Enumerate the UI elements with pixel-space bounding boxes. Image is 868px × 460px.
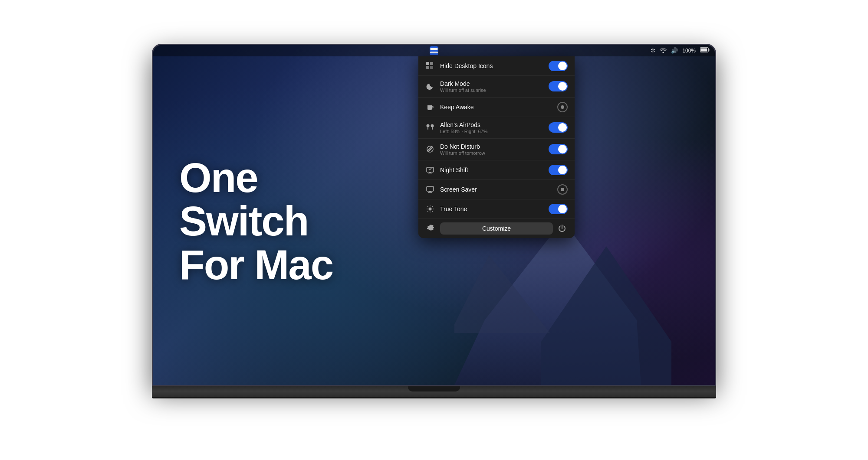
airpods-icon bbox=[425, 123, 435, 132]
dnd-text: Do Not Disturb Will turn off tomorrow bbox=[440, 143, 543, 156]
dark-mode-text: Dark Mode Will turn off at sunrise bbox=[440, 80, 543, 93]
airpods-toggle[interactable] bbox=[549, 122, 568, 133]
screen-saver-item[interactable]: Screen Saver bbox=[418, 180, 575, 199]
hide-desktop-icons-text: Hide Desktop Icons bbox=[440, 62, 543, 69]
svg-rect-18 bbox=[429, 172, 431, 173]
dnd-toggle[interactable] bbox=[549, 144, 568, 154]
svg-rect-7 bbox=[701, 49, 707, 52]
svg-point-14 bbox=[431, 124, 434, 127]
svg-rect-9 bbox=[430, 62, 433, 65]
coffee-icon bbox=[425, 102, 435, 112]
hide-desktop-icons-label: Hide Desktop Icons bbox=[440, 62, 543, 69]
wifi-icon bbox=[660, 47, 667, 54]
keep-awake-radio[interactable] bbox=[557, 102, 568, 112]
svg-rect-13 bbox=[427, 127, 428, 130]
dark-mode-toggle[interactable] bbox=[549, 81, 568, 91]
dnd-label: Do Not Disturb bbox=[440, 143, 543, 150]
true-tone-text: True Tone bbox=[440, 206, 543, 212]
dnd-sublabel: Will turn off tomorrow bbox=[440, 150, 543, 156]
menubar-right: ✲ 🔊 100% bbox=[651, 47, 710, 54]
app-icon[interactable] bbox=[430, 46, 438, 55]
svg-rect-22 bbox=[428, 192, 432, 193]
svg-point-23 bbox=[429, 207, 432, 210]
macbook-base bbox=[152, 386, 716, 398]
night-shift-text: Night Shift bbox=[440, 166, 543, 173]
dark-mode-label: Dark Mode bbox=[440, 80, 543, 87]
customize-button[interactable]: Customize bbox=[440, 222, 553, 235]
screen-saver-radio[interactable] bbox=[557, 184, 568, 195]
battery-icon bbox=[700, 47, 710, 54]
dark-mode-sublabel: Will turn off at sunrise bbox=[440, 88, 543, 93]
macbook: ✲ 🔊 100% bbox=[152, 44, 716, 417]
keep-awake-text: Keep Awake bbox=[440, 104, 552, 111]
sun-icon bbox=[425, 204, 435, 214]
battery-percent: 100% bbox=[682, 48, 696, 54]
macbook-notch bbox=[408, 386, 460, 391]
svg-rect-20 bbox=[427, 186, 434, 191]
hide-desktop-icons-toggle[interactable] bbox=[549, 61, 568, 71]
svg-rect-10 bbox=[426, 66, 429, 69]
dnd-item[interactable]: Do Not Disturb Will turn off tomorrow bbox=[418, 139, 575, 160]
svg-rect-3 bbox=[430, 48, 438, 50]
svg-rect-6 bbox=[709, 49, 710, 51]
hero-line3: For Mac bbox=[179, 243, 333, 287]
moon-icon bbox=[425, 82, 435, 91]
scene: ✲ 🔊 100% bbox=[130, 24, 738, 436]
airpods-item[interactable]: Allen's AirPods Left: 58% · Right: 67% bbox=[418, 117, 575, 139]
true-tone-label: True Tone bbox=[440, 206, 543, 212]
screen-saver-label: Screen Saver bbox=[440, 186, 552, 193]
hero-line1: One bbox=[179, 156, 333, 199]
svg-rect-4 bbox=[430, 52, 438, 53]
svg-rect-21 bbox=[429, 191, 431, 192]
airpods-sublabel: Left: 58% · Right: 67% bbox=[440, 129, 543, 134]
hero-line2: Switch bbox=[179, 199, 333, 243]
volume-icon: 🔊 bbox=[671, 47, 678, 54]
svg-line-31 bbox=[427, 211, 428, 211]
dark-mode-item[interactable]: Dark Mode Will turn off at sunrise bbox=[418, 76, 575, 98]
monitor-icon bbox=[425, 185, 435, 194]
night-shift-icon bbox=[425, 165, 435, 175]
hero-text: One Switch For Mac bbox=[179, 156, 333, 287]
true-tone-toggle[interactable] bbox=[549, 204, 568, 214]
dropdown-panel: Hide Desktop Icons Dark Mode Will turn o… bbox=[418, 56, 575, 238]
keep-awake-label: Keep Awake bbox=[440, 104, 552, 111]
svg-point-12 bbox=[427, 124, 430, 127]
bluetooth-icon: ✲ bbox=[651, 47, 655, 54]
settings-icon[interactable] bbox=[425, 223, 437, 234]
dnd-icon bbox=[425, 144, 435, 154]
svg-point-16 bbox=[427, 146, 433, 152]
night-shift-toggle[interactable] bbox=[549, 165, 568, 175]
svg-rect-15 bbox=[432, 127, 433, 130]
airpods-text: Allen's AirPods Left: 58% · Right: 67% bbox=[440, 121, 543, 134]
grid-icon bbox=[425, 61, 435, 71]
svg-line-30 bbox=[432, 206, 433, 207]
dropdown-footer: Customize bbox=[418, 219, 575, 238]
airpods-label: Allen's AirPods bbox=[440, 121, 543, 128]
svg-line-28 bbox=[427, 206, 428, 207]
svg-rect-11 bbox=[430, 66, 433, 69]
keep-awake-item[interactable]: Keep Awake bbox=[418, 98, 575, 117]
svg-rect-19 bbox=[428, 173, 432, 173]
screen-lid: ✲ 🔊 100% bbox=[152, 44, 716, 386]
night-shift-item[interactable]: Night Shift bbox=[418, 160, 575, 180]
true-tone-item[interactable]: True Tone bbox=[418, 199, 575, 219]
hide-desktop-icons-item[interactable]: Hide Desktop Icons bbox=[418, 56, 575, 76]
night-shift-label: Night Shift bbox=[440, 166, 543, 173]
screen-saver-text: Screen Saver bbox=[440, 186, 552, 193]
svg-rect-8 bbox=[426, 62, 429, 65]
power-icon[interactable] bbox=[556, 223, 568, 234]
svg-line-29 bbox=[432, 211, 433, 211]
menubar: ✲ 🔊 100% bbox=[153, 45, 715, 56]
